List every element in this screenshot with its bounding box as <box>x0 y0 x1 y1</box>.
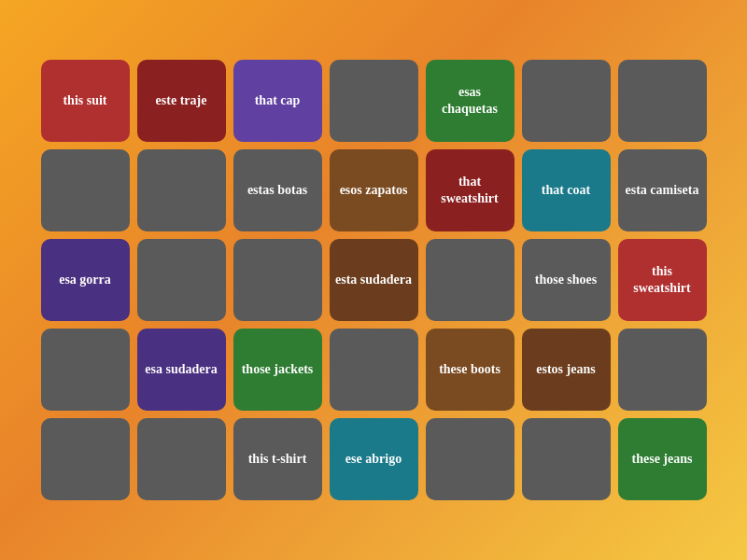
cell-r1-c0[interactable] <box>41 149 130 231</box>
cell-label: this t-shirt <box>248 451 307 468</box>
cell-r1-c5[interactable]: that coat <box>522 149 611 231</box>
cell-r3-c4[interactable]: these boots <box>426 329 514 411</box>
cell-r3-c2[interactable]: those jackets <box>233 329 322 411</box>
cell-r4-c5[interactable] <box>522 418 611 500</box>
cell-r3-c0[interactable] <box>41 329 130 411</box>
cell-r3-c5[interactable]: estos jeans <box>522 329 611 411</box>
cell-r3-c3[interactable] <box>330 329 418 411</box>
cell-r4-c2[interactable]: this t-shirt <box>233 418 322 500</box>
cell-label: esta sudadera <box>335 272 412 288</box>
cell-r2-c6[interactable]: this sweatshirt <box>618 239 707 321</box>
cell-r1-c4[interactable]: that sweatshirt <box>426 149 514 231</box>
cell-r2-c2[interactable] <box>233 239 322 321</box>
cell-label: esos zapatos <box>340 182 408 199</box>
cell-label: esas chaquetas <box>431 84 509 118</box>
cell-r1-c1[interactable] <box>137 149 226 231</box>
cell-label: esta camiseta <box>626 182 699 199</box>
cell-r0-c4[interactable]: esas chaquetas <box>426 60 514 142</box>
cell-label: that cap <box>255 92 301 109</box>
cell-r1-c3[interactable]: esos zapatos <box>330 149 418 231</box>
cell-r0-c6[interactable] <box>618 60 707 142</box>
cell-r4-c4[interactable] <box>426 418 514 500</box>
cell-label: these boots <box>439 361 500 378</box>
cell-r3-c6[interactable] <box>618 329 707 411</box>
cell-r4-c3[interactable]: ese abrigo <box>330 418 418 500</box>
cell-label: this suit <box>63 92 106 109</box>
cell-r3-c1[interactable]: esa sudadera <box>137 329 226 411</box>
cell-label: this sweatshirt <box>624 263 701 297</box>
cell-label: estas botas <box>247 182 307 199</box>
cell-label: ese abrigo <box>345 451 402 468</box>
cell-r2-c4[interactable] <box>426 239 514 321</box>
cell-label: este traje <box>156 92 207 109</box>
cell-label: esa sudadera <box>145 361 217 378</box>
game-grid: this suiteste trajethat capesas chaqueta… <box>26 45 722 515</box>
cell-label: that sweatshirt <box>431 174 509 207</box>
cell-r1-c6[interactable]: esta camiseta <box>618 149 707 231</box>
cell-r2-c1[interactable] <box>137 239 226 321</box>
cell-r0-c5[interactable] <box>522 60 611 142</box>
cell-r0-c1[interactable]: este traje <box>137 60 226 142</box>
cell-r2-c5[interactable]: those shoes <box>522 239 611 321</box>
cell-label: esa gorra <box>59 272 111 288</box>
cell-label: estos jeans <box>536 361 595 378</box>
cell-label: these jeans <box>632 451 693 468</box>
cell-r0-c0[interactable]: this suit <box>41 60 130 142</box>
cell-r4-c1[interactable] <box>137 418 226 500</box>
cell-label: those jackets <box>242 361 314 378</box>
cell-r4-c6[interactable]: these jeans <box>618 418 707 500</box>
cell-r4-c0[interactable] <box>41 418 130 500</box>
cell-r2-c3[interactable]: esta sudadera <box>330 239 418 321</box>
cell-r0-c2[interactable]: that cap <box>233 60 322 142</box>
cell-label: those shoes <box>535 272 598 288</box>
cell-label: that coat <box>542 182 591 199</box>
cell-r2-c0[interactable]: esa gorra <box>41 239 130 321</box>
cell-r1-c2[interactable]: estas botas <box>233 149 322 231</box>
cell-r0-c3[interactable] <box>330 60 418 142</box>
